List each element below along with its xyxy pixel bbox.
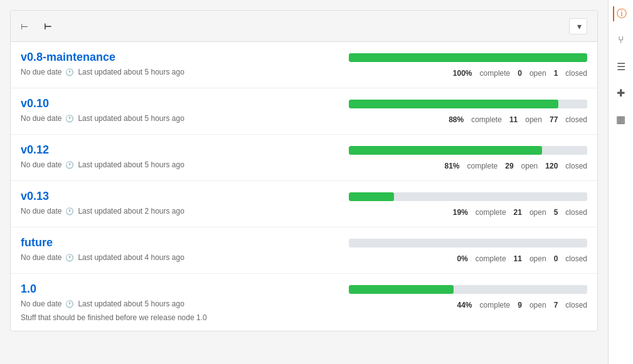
chart-icon[interactable]: ▦: [614, 112, 629, 127]
no-due-date: No due date: [21, 299, 61, 308]
pin-icon[interactable]: ✚: [614, 85, 629, 100]
milestone-meta: No due date 🕐 Last updated about 5 hours…: [21, 68, 184, 76]
complete-label: complete: [480, 69, 511, 78]
updated-time: Last updated about 5 hours ago: [78, 299, 184, 308]
main-content: ⊢ ⊢ ▾ v0.8-maintenance: [10, 10, 598, 331]
clock-icon: 🕐: [65, 254, 74, 262]
milestone-top: future: [21, 236, 587, 249]
milestone-top: v0.12: [21, 143, 587, 157]
stat-pct: 19%: [453, 208, 468, 217]
milestone-stats: 0% complete 11 open 0 closed: [457, 254, 587, 263]
milestone-name[interactable]: v0.8-maintenance: [21, 51, 115, 64]
progress-bar-fill: [349, 146, 542, 155]
updated-time: Last updated about 2 hours ago: [78, 207, 184, 216]
no-due-date: No due date: [21, 253, 61, 262]
clock-icon: 🕐: [65, 300, 74, 308]
progress-bar-container: [349, 53, 587, 62]
clock-icon: 🕐: [65, 115, 74, 123]
header-left: ⊢ ⊢: [21, 19, 55, 34]
open-count: 11: [509, 115, 518, 124]
milestone-name[interactable]: v0.12: [21, 143, 49, 157]
page-wrapper: ⊢ ⊢ ▾ v0.8-maintenance: [0, 0, 633, 364]
closed-count: 120: [545, 162, 558, 170]
milestone-name[interactable]: v0.10: [21, 97, 49, 110]
milestone-item: 1.0 No due date 🕐 Last updated about 5 h…: [11, 274, 597, 331]
milestone-top: v0.13: [21, 190, 587, 203]
milestone-list: v0.8-maintenance No due date 🕐 Last upda…: [11, 42, 597, 331]
tab-open[interactable]: ⊢: [21, 19, 31, 34]
milestone-top: 1.0: [21, 283, 587, 296]
progress-bar-container: [349, 239, 587, 247]
open-count: 11: [514, 254, 522, 263]
stat-pct: 81%: [444, 162, 459, 170]
closed-label: closed: [565, 254, 587, 263]
updated-time: Last updated about 5 hours ago: [78, 114, 184, 123]
milestone-stats: 100% complete 0 open 1 closed: [453, 69, 587, 78]
closed-label: closed: [565, 69, 587, 78]
no-due-date: No due date: [21, 68, 61, 76]
milestone-top: v0.8-maintenance: [21, 51, 587, 64]
open-label: open: [529, 254, 546, 263]
stat-pct: 44%: [457, 301, 472, 309]
progress-bar-container: [349, 146, 587, 155]
no-due-date: No due date: [21, 114, 61, 123]
content-area: ⊢ ⊢ ▾ v0.8-maintenance: [0, 0, 608, 364]
progress-bar-container: [349, 192, 587, 201]
milestone-item: future No due date 🕐 Last updated about …: [11, 227, 597, 274]
open-label: open: [529, 208, 546, 217]
no-due-date: No due date: [21, 160, 61, 169]
milestone-stats: 81% complete 29 open 120 closed: [444, 162, 587, 170]
milestone-meta: No due date 🕐 Last updated about 5 hours…: [21, 114, 184, 123]
complete-label: complete: [467, 162, 498, 170]
updated-time: Last updated about 5 hours ago: [78, 68, 184, 76]
clock-icon: 🕐: [65, 207, 74, 216]
milestone-meta: No due date 🕐 Last updated about 4 hours…: [21, 253, 184, 262]
progress-bar-fill: [349, 100, 558, 108]
closed-icon: ⊢: [44, 21, 51, 31]
open-label: open: [529, 69, 546, 78]
open-label: open: [529, 301, 546, 309]
milestone-meta: No due date 🕐 Last updated about 5 hours…: [21, 160, 184, 169]
milestone-name[interactable]: v0.13: [21, 190, 49, 203]
complete-label: complete: [471, 115, 502, 124]
info-icon[interactable]: ⓘ: [613, 6, 629, 21]
milestone-stats: 88% complete 11 open 77 closed: [449, 115, 587, 124]
milestone-name[interactable]: future: [21, 236, 53, 249]
progress-bar-container: [349, 285, 587, 294]
milestone-stats: 19% complete 21 open 5 closed: [453, 208, 587, 217]
updated-time: Last updated about 4 hours ago: [78, 253, 184, 262]
milestone-stats: 44% complete 9 open 7 closed: [457, 301, 588, 309]
closed-label: closed: [565, 301, 587, 309]
closed-count: 0: [554, 254, 558, 263]
stat-pct: 88%: [449, 115, 464, 124]
open-count: 21: [514, 208, 522, 217]
closed-count: 5: [554, 208, 558, 217]
progress-bar-fill: [349, 285, 454, 294]
updated-time: Last updated about 5 hours ago: [78, 160, 184, 169]
milestone-meta: No due date 🕐 Last updated about 2 hours…: [21, 207, 184, 216]
sort-button[interactable]: ▾: [569, 18, 587, 34]
open-icon: ⊢: [21, 21, 28, 31]
open-label: open: [525, 115, 542, 124]
header-bar: ⊢ ⊢ ▾: [11, 11, 597, 42]
complete-label: complete: [476, 254, 506, 263]
closed-label: closed: [565, 162, 587, 170]
stat-pct: 100%: [453, 69, 472, 78]
complete-label: complete: [480, 301, 511, 309]
pr-icon[interactable]: ⑂: [614, 33, 629, 48]
list-icon[interactable]: ☰: [614, 59, 629, 74]
milestone-item: v0.12 No due date 🕐 Last updated about 5…: [11, 135, 597, 181]
progress-bar-fill: [349, 53, 587, 62]
sidebar: ⓘ⑂☰✚▦: [608, 0, 633, 364]
closed-label: closed: [565, 208, 587, 217]
milestone-item: v0.10 No due date 🕐 Last updated about 5…: [11, 88, 597, 135]
milestone-meta: No due date 🕐 Last updated about 5 hours…: [21, 299, 184, 308]
clock-icon: 🕐: [65, 68, 74, 76]
progress-bar-fill: [349, 192, 394, 201]
milestone-description: Stuff that should be finished before we …: [21, 313, 587, 322]
open-label: open: [521, 162, 538, 170]
closed-label: closed: [565, 115, 587, 124]
complete-label: complete: [476, 208, 506, 217]
tab-closed[interactable]: ⊢: [44, 19, 55, 34]
milestone-name[interactable]: 1.0: [21, 283, 36, 296]
